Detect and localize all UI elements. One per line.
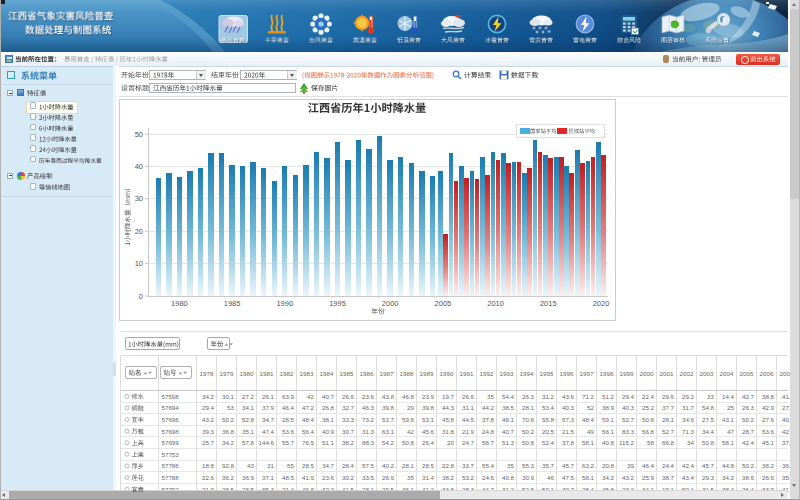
- svg-text:43: 43: [247, 462, 254, 469]
- svg-text:35.1: 35.1: [242, 428, 255, 435]
- svg-text:50.8: 50.8: [702, 439, 715, 446]
- svg-text:57.3: 57.3: [562, 416, 575, 423]
- svg-text:47.4: 47.4: [262, 428, 275, 435]
- svg-text:1986: 1986: [360, 370, 374, 377]
- svg-text:43.2: 43.2: [202, 416, 215, 423]
- svg-text:53.6: 53.6: [762, 428, 775, 435]
- svg-text:39.8: 39.8: [422, 404, 435, 411]
- svg-text:42.4: 42.4: [682, 462, 695, 469]
- svg-text:53.6: 53.6: [282, 428, 295, 435]
- svg-text:63.2: 63.2: [582, 462, 595, 469]
- svg-text:22.8: 22.8: [442, 462, 455, 469]
- svg-text:37.9: 37.9: [262, 404, 275, 411]
- svg-text:2004: 2004: [720, 370, 734, 377]
- svg-text:71.3: 71.3: [682, 428, 695, 435]
- svg-text:2001: 2001: [660, 370, 674, 377]
- svg-text:57.8: 57.8: [242, 439, 255, 446]
- svg-text:48.4: 48.4: [582, 416, 595, 423]
- svg-text:33.5: 33.5: [362, 474, 375, 481]
- svg-text:44.2: 44.2: [482, 404, 495, 411]
- svg-text:29.3: 29.3: [702, 474, 715, 481]
- svg-text:54.4: 54.4: [502, 393, 515, 400]
- svg-text:37.8: 37.8: [482, 416, 495, 423]
- svg-text:1984: 1984: [320, 370, 334, 377]
- svg-text:55.7: 55.7: [282, 439, 295, 446]
- svg-text:52.8: 52.8: [242, 416, 255, 423]
- svg-text:48.4: 48.4: [302, 416, 315, 423]
- svg-text:50.8: 50.8: [642, 416, 655, 423]
- svg-text:43.4: 43.4: [682, 474, 695, 481]
- svg-text:31.8: 31.8: [442, 428, 455, 435]
- svg-text:40.7: 40.7: [502, 428, 515, 435]
- svg-text:34.7: 34.7: [322, 462, 335, 469]
- svg-text:34.2: 34.2: [222, 439, 235, 446]
- svg-text:34.2: 34.2: [202, 393, 215, 400]
- svg-text:32.7: 32.7: [342, 404, 355, 411]
- svg-text:26.6: 26.6: [762, 474, 775, 481]
- svg-text:43.2: 43.2: [622, 474, 635, 481]
- svg-text:26.6: 26.6: [462, 393, 475, 400]
- svg-text:1987: 1987: [380, 370, 394, 377]
- svg-text:38.5: 38.5: [502, 404, 515, 411]
- svg-text:40.3: 40.3: [622, 404, 635, 411]
- svg-text:54.8: 54.8: [702, 404, 715, 411]
- svg-text:34.1: 34.1: [242, 404, 255, 411]
- svg-text:58.1: 58.1: [722, 439, 735, 446]
- svg-text:31.7: 31.7: [682, 404, 695, 411]
- svg-text:30.1: 30.1: [222, 393, 235, 400]
- svg-text:29.4: 29.4: [202, 404, 215, 411]
- svg-text:45.1: 45.1: [762, 439, 775, 446]
- svg-text:58.1: 58.1: [582, 439, 595, 446]
- svg-text:38.8: 38.8: [762, 393, 775, 400]
- svg-text:40.8: 40.8: [602, 439, 615, 446]
- svg-text:53.1: 53.1: [422, 416, 435, 423]
- svg-text:115.2: 115.2: [619, 439, 635, 446]
- svg-text:24.4: 24.4: [662, 462, 675, 469]
- svg-text:35: 35: [507, 462, 514, 469]
- svg-text:29.2: 29.2: [682, 393, 695, 400]
- svg-text:1982: 1982: [280, 370, 294, 377]
- svg-text:50.2: 50.2: [522, 428, 535, 435]
- svg-text:28.4: 28.4: [342, 462, 355, 469]
- svg-text:73.2: 73.2: [362, 416, 375, 423]
- svg-text:1983: 1983: [300, 370, 314, 377]
- svg-text:26.8: 26.8: [322, 404, 335, 411]
- svg-text:55.4: 55.4: [482, 462, 495, 469]
- svg-text:58.1: 58.1: [582, 474, 595, 481]
- svg-text:2003: 2003: [700, 370, 714, 377]
- svg-text:28.1: 28.1: [662, 416, 675, 423]
- svg-text:45.8: 45.8: [442, 416, 455, 423]
- svg-text:29.4: 29.4: [622, 393, 635, 400]
- svg-text:24.8: 24.8: [482, 428, 495, 435]
- svg-text:31.2: 31.2: [542, 393, 555, 400]
- svg-text:40.9: 40.9: [322, 428, 335, 435]
- svg-text:27.2: 27.2: [242, 393, 255, 400]
- svg-text:37.7: 37.7: [662, 404, 675, 411]
- svg-text:58.7: 58.7: [482, 439, 495, 446]
- svg-text:31.3: 31.3: [362, 428, 375, 435]
- svg-text:39.3: 39.3: [202, 428, 215, 435]
- svg-text:28.7: 28.7: [742, 428, 755, 435]
- svg-text:55.3: 55.3: [522, 462, 535, 469]
- svg-text:1989: 1989: [420, 370, 434, 377]
- svg-text:26.9: 26.9: [382, 474, 395, 481]
- svg-text:48.5: 48.5: [282, 474, 295, 481]
- svg-text:18.8: 18.8: [202, 462, 215, 469]
- svg-text:26.6: 26.6: [342, 393, 355, 400]
- svg-text:57788: 57788: [162, 474, 180, 481]
- svg-text:56.1: 56.1: [602, 428, 615, 435]
- svg-text:63.1: 63.1: [382, 428, 395, 435]
- svg-text:57.5: 57.5: [362, 462, 375, 469]
- svg-text:27.6: 27.6: [762, 416, 775, 423]
- svg-text:51.2: 51.2: [602, 393, 615, 400]
- svg-text:57598: 57598: [162, 393, 180, 400]
- svg-text:37.8: 37.8: [562, 439, 575, 446]
- svg-text:20.8: 20.8: [602, 462, 615, 469]
- svg-text:1980: 1980: [240, 370, 254, 377]
- svg-text:92.8: 92.8: [222, 462, 235, 469]
- svg-text:26.4: 26.4: [422, 439, 435, 446]
- svg-text:59.8: 59.8: [402, 416, 415, 423]
- svg-text:1979: 1979: [220, 370, 234, 377]
- svg-text:57753: 57753: [162, 451, 180, 458]
- svg-text:144.6: 144.6: [259, 439, 275, 446]
